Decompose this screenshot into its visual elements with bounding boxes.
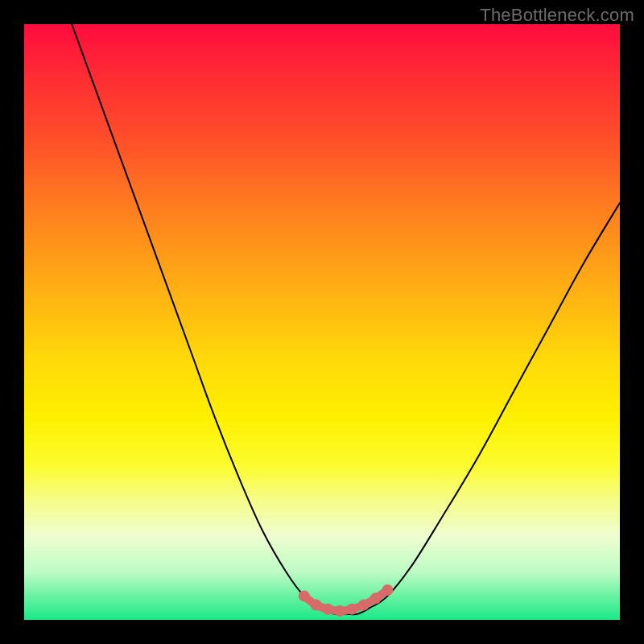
chart-svg bbox=[24, 24, 620, 620]
highlight-dot bbox=[382, 584, 393, 596]
highlight-dot bbox=[322, 604, 333, 615]
plot-area bbox=[24, 24, 620, 620]
highlight-dot bbox=[358, 600, 369, 611]
highlight-dot bbox=[299, 590, 310, 601]
highlight-dot bbox=[334, 605, 345, 617]
highlight-dot bbox=[346, 604, 357, 615]
bottleneck-curve bbox=[72, 24, 620, 614]
chart-frame: TheBottleneck.com bbox=[0, 0, 644, 644]
highlight-dot bbox=[311, 600, 322, 611]
watermark-text: TheBottleneck.com bbox=[480, 5, 634, 26]
highlight-dot bbox=[370, 592, 382, 604]
